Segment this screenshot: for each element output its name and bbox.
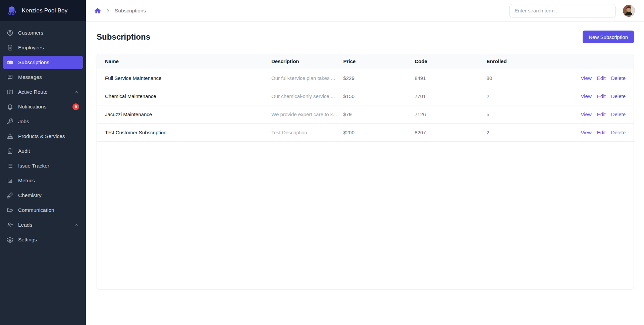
cell-actions: ViewEditDelete bbox=[568, 123, 634, 141]
sidebar-item-chemistry[interactable]: Chemistry bbox=[3, 189, 83, 202]
megaphone-icon bbox=[7, 207, 13, 214]
view-link[interactable]: View bbox=[581, 130, 592, 135]
cell-enrolled: 2 bbox=[487, 87, 568, 105]
chevron-up-icon[interactable] bbox=[74, 222, 79, 228]
cell-price: $79 bbox=[343, 105, 415, 123]
cell-code: 8267 bbox=[415, 123, 486, 141]
user-avatar[interactable] bbox=[623, 5, 635, 17]
subscriptions-table: NameDescriptionPriceCodeEnrolled Full Se… bbox=[97, 54, 634, 142]
topbar: Subscriptions bbox=[86, 0, 644, 21]
sidebar-item-label: Products & Services bbox=[18, 133, 65, 139]
cell-price: $200 bbox=[343, 123, 415, 141]
cell-name: Chemical Maintenance bbox=[97, 87, 271, 105]
sidebar-item-products-services[interactable]: Products & Services bbox=[3, 130, 83, 143]
sidebar-item-label: Leads bbox=[18, 222, 32, 228]
sidebar-item-label: Communication bbox=[18, 207, 54, 213]
new-subscription-button[interactable]: New Subscription bbox=[583, 31, 634, 43]
sidebar-item-subscriptions[interactable]: $Subscriptions bbox=[3, 56, 83, 69]
view-link[interactable]: View bbox=[581, 75, 592, 81]
topbar-right bbox=[509, 4, 635, 17]
table-header-row: NameDescriptionPriceCodeEnrolled bbox=[97, 54, 634, 69]
cell-actions: ViewEditDelete bbox=[568, 69, 634, 87]
edit-link[interactable]: Edit bbox=[597, 75, 606, 81]
app-name: Kenzies Pool Boy bbox=[22, 7, 67, 14]
subscriptions-table-card: NameDescriptionPriceCodeEnrolled Full Se… bbox=[97, 54, 634, 289]
content-header: Subscriptions New Subscription bbox=[97, 30, 634, 44]
notification-count-badge: 5 bbox=[72, 103, 79, 110]
sidebar-item-issue-tracker[interactable]: Issue Tracker bbox=[3, 159, 83, 173]
sidebar-item-notifications[interactable]: Notifications5 bbox=[3, 100, 83, 113]
sidebar-item-label: Metrics bbox=[18, 178, 35, 184]
sidebar-item-label: Employees bbox=[18, 45, 44, 51]
cell-enrolled: 5 bbox=[487, 105, 568, 123]
view-link[interactable]: View bbox=[581, 93, 592, 99]
sidebar-item-communication[interactable]: Communication bbox=[3, 203, 83, 217]
sidebar-item-leads[interactable]: Leads bbox=[3, 218, 83, 232]
sidebar-item-employees[interactable]: Employees bbox=[3, 41, 83, 54]
money-check-icon: $ bbox=[7, 59, 13, 66]
sidebar-item-label: Jobs bbox=[18, 119, 29, 125]
cell-description: Our full-service plan takes ... bbox=[271, 69, 343, 87]
search-input[interactable] bbox=[509, 4, 615, 17]
table-row: Chemical MaintenanceOur chemical-only se… bbox=[97, 87, 634, 105]
user-circle-icon bbox=[7, 30, 13, 36]
sidebar-item-jobs[interactable]: Jobs bbox=[3, 115, 83, 128]
bar-chart-icon bbox=[7, 177, 13, 184]
sidebar-item-settings[interactable]: Settings bbox=[3, 233, 83, 246]
list-icon bbox=[7, 162, 13, 169]
column-header-name: Name bbox=[97, 54, 271, 69]
breadcrumb-current: Subscriptions bbox=[115, 8, 146, 14]
chevron-up-icon[interactable] bbox=[74, 89, 79, 95]
bell-icon bbox=[7, 103, 13, 110]
sidebar-item-label: Active Route bbox=[18, 89, 48, 95]
sidebar-item-label: Audit bbox=[18, 148, 30, 154]
map-icon bbox=[7, 89, 13, 95]
user-plus-icon bbox=[7, 222, 13, 228]
cell-code: 7701 bbox=[415, 87, 486, 105]
cell-code: 7126 bbox=[415, 105, 486, 123]
cell-description: Our chemical-only service ... bbox=[271, 87, 343, 105]
home-icon[interactable] bbox=[94, 7, 101, 14]
breadcrumb: Subscriptions bbox=[94, 7, 146, 14]
cell-actions: ViewEditDelete bbox=[568, 105, 634, 123]
delete-link[interactable]: Delete bbox=[611, 75, 626, 81]
delete-link[interactable]: Delete bbox=[611, 111, 626, 117]
sidebar: Kenzies Pool Boy CustomersEmployees$Subs… bbox=[0, 0, 86, 325]
sidebar-item-label: Notifications bbox=[18, 104, 46, 110]
edit-link[interactable]: Edit bbox=[597, 93, 606, 99]
octopus-icon bbox=[6, 5, 17, 16]
cell-actions: ViewEditDelete bbox=[568, 87, 634, 105]
view-link[interactable]: View bbox=[581, 111, 592, 117]
cell-name: Jacuzzi Maintenance bbox=[97, 105, 271, 123]
sidebar-item-messages[interactable]: Messages bbox=[3, 71, 83, 84]
content: Subscriptions New Subscription NameDescr… bbox=[86, 21, 644, 325]
sidebar-item-audit[interactable]: Audit bbox=[3, 144, 83, 158]
cell-description: Test Description bbox=[271, 123, 343, 141]
sidebar-item-active-route[interactable]: Active Route bbox=[3, 85, 83, 99]
sidebar-item-customers[interactable]: Customers bbox=[3, 26, 83, 40]
sidebar-item-label: Subscriptions bbox=[18, 59, 49, 65]
cash-register-icon bbox=[7, 133, 13, 140]
test-tube-icon bbox=[7, 192, 13, 199]
table-row: Full Service MaintenanceOur full-service… bbox=[97, 69, 634, 87]
sidebar-item-label: Issue Tracker bbox=[18, 163, 49, 169]
delete-link[interactable]: Delete bbox=[611, 93, 626, 99]
wrench-icon bbox=[7, 118, 13, 125]
sidebar-item-label: Customers bbox=[18, 30, 43, 36]
cell-enrolled: 2 bbox=[487, 123, 568, 141]
column-header-description: Description bbox=[271, 54, 343, 69]
cell-name: Full Service Maintenance bbox=[97, 69, 271, 87]
cell-code: 8491 bbox=[415, 69, 486, 87]
sidebar-item-label: Settings bbox=[18, 237, 37, 243]
main-column: Subscriptions Subscriptions bbox=[86, 0, 644, 325]
sidebar-header: Kenzies Pool Boy bbox=[0, 0, 86, 21]
table-row: Test Customer SubscriptionTest Descripti… bbox=[97, 123, 634, 141]
sidebar-item-metrics[interactable]: Metrics bbox=[3, 174, 83, 187]
cell-enrolled: 80 bbox=[487, 69, 568, 87]
column-header-actions bbox=[568, 54, 634, 69]
chevron-right-icon bbox=[105, 8, 111, 13]
edit-link[interactable]: Edit bbox=[597, 130, 606, 135]
edit-link[interactable]: Edit bbox=[597, 111, 606, 117]
column-header-price: Price bbox=[343, 54, 415, 69]
delete-link[interactable]: Delete bbox=[611, 130, 626, 135]
